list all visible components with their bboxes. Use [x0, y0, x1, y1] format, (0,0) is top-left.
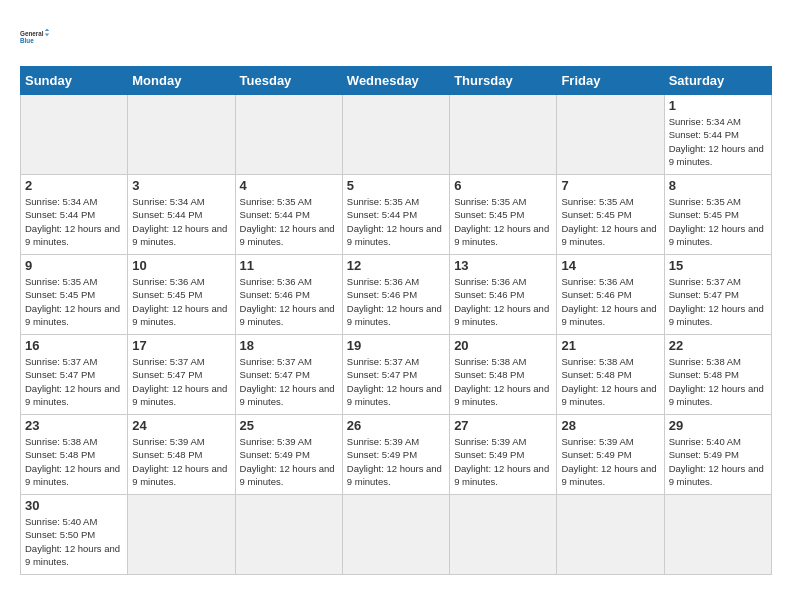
- day-info: Sunrise: 5:39 AM Sunset: 5:48 PM Dayligh…: [132, 435, 230, 488]
- day-number: 4: [240, 178, 338, 193]
- day-cell: [450, 95, 557, 175]
- day-cell: 20Sunrise: 5:38 AM Sunset: 5:48 PM Dayli…: [450, 335, 557, 415]
- day-number: 10: [132, 258, 230, 273]
- day-cell: 28Sunrise: 5:39 AM Sunset: 5:49 PM Dayli…: [557, 415, 664, 495]
- day-number: 14: [561, 258, 659, 273]
- week-row-5: 23Sunrise: 5:38 AM Sunset: 5:48 PM Dayli…: [21, 415, 772, 495]
- day-info: Sunrise: 5:36 AM Sunset: 5:46 PM Dayligh…: [347, 275, 445, 328]
- week-row-1: 1Sunrise: 5:34 AM Sunset: 5:44 PM Daylig…: [21, 95, 772, 175]
- day-cell: [664, 495, 771, 575]
- day-number: 15: [669, 258, 767, 273]
- weekday-header-sunday: Sunday: [21, 67, 128, 95]
- day-info: Sunrise: 5:40 AM Sunset: 5:49 PM Dayligh…: [669, 435, 767, 488]
- week-row-4: 16Sunrise: 5:37 AM Sunset: 5:47 PM Dayli…: [21, 335, 772, 415]
- day-info: Sunrise: 5:36 AM Sunset: 5:46 PM Dayligh…: [561, 275, 659, 328]
- day-cell: 3Sunrise: 5:34 AM Sunset: 5:44 PM Daylig…: [128, 175, 235, 255]
- day-cell: 12Sunrise: 5:36 AM Sunset: 5:46 PM Dayli…: [342, 255, 449, 335]
- weekday-header-tuesday: Tuesday: [235, 67, 342, 95]
- weekday-header-monday: Monday: [128, 67, 235, 95]
- day-cell: [235, 95, 342, 175]
- day-info: Sunrise: 5:37 AM Sunset: 5:47 PM Dayligh…: [25, 355, 123, 408]
- day-number: 28: [561, 418, 659, 433]
- day-number: 5: [347, 178, 445, 193]
- day-number: 9: [25, 258, 123, 273]
- day-info: Sunrise: 5:37 AM Sunset: 5:47 PM Dayligh…: [240, 355, 338, 408]
- day-cell: 11Sunrise: 5:36 AM Sunset: 5:46 PM Dayli…: [235, 255, 342, 335]
- day-number: 16: [25, 338, 123, 353]
- day-number: 25: [240, 418, 338, 433]
- day-cell: 10Sunrise: 5:36 AM Sunset: 5:45 PM Dayli…: [128, 255, 235, 335]
- day-info: Sunrise: 5:37 AM Sunset: 5:47 PM Dayligh…: [347, 355, 445, 408]
- day-cell: 21Sunrise: 5:38 AM Sunset: 5:48 PM Dayli…: [557, 335, 664, 415]
- weekday-header-row: SundayMondayTuesdayWednesdayThursdayFrid…: [21, 67, 772, 95]
- day-info: Sunrise: 5:34 AM Sunset: 5:44 PM Dayligh…: [25, 195, 123, 248]
- day-cell: 7Sunrise: 5:35 AM Sunset: 5:45 PM Daylig…: [557, 175, 664, 255]
- day-info: Sunrise: 5:40 AM Sunset: 5:50 PM Dayligh…: [25, 515, 123, 568]
- weekday-header-saturday: Saturday: [664, 67, 771, 95]
- day-cell: [342, 495, 449, 575]
- day-info: Sunrise: 5:35 AM Sunset: 5:44 PM Dayligh…: [347, 195, 445, 248]
- day-number: 8: [669, 178, 767, 193]
- week-row-2: 2Sunrise: 5:34 AM Sunset: 5:44 PM Daylig…: [21, 175, 772, 255]
- day-cell: 9Sunrise: 5:35 AM Sunset: 5:45 PM Daylig…: [21, 255, 128, 335]
- day-cell: 18Sunrise: 5:37 AM Sunset: 5:47 PM Dayli…: [235, 335, 342, 415]
- weekday-header-friday: Friday: [557, 67, 664, 95]
- day-cell: 17Sunrise: 5:37 AM Sunset: 5:47 PM Dayli…: [128, 335, 235, 415]
- day-cell: [235, 495, 342, 575]
- day-cell: 22Sunrise: 5:38 AM Sunset: 5:48 PM Dayli…: [664, 335, 771, 415]
- calendar-table: SundayMondayTuesdayWednesdayThursdayFrid…: [20, 66, 772, 575]
- day-info: Sunrise: 5:34 AM Sunset: 5:44 PM Dayligh…: [132, 195, 230, 248]
- day-cell: [128, 495, 235, 575]
- day-number: 17: [132, 338, 230, 353]
- day-number: 1: [669, 98, 767, 113]
- day-info: Sunrise: 5:38 AM Sunset: 5:48 PM Dayligh…: [669, 355, 767, 408]
- day-info: Sunrise: 5:35 AM Sunset: 5:45 PM Dayligh…: [25, 275, 123, 328]
- day-info: Sunrise: 5:39 AM Sunset: 5:49 PM Dayligh…: [240, 435, 338, 488]
- day-info: Sunrise: 5:35 AM Sunset: 5:45 PM Dayligh…: [561, 195, 659, 248]
- day-cell: 29Sunrise: 5:40 AM Sunset: 5:49 PM Dayli…: [664, 415, 771, 495]
- day-info: Sunrise: 5:36 AM Sunset: 5:46 PM Dayligh…: [240, 275, 338, 328]
- day-cell: [557, 95, 664, 175]
- day-cell: 26Sunrise: 5:39 AM Sunset: 5:49 PM Dayli…: [342, 415, 449, 495]
- day-info: Sunrise: 5:38 AM Sunset: 5:48 PM Dayligh…: [25, 435, 123, 488]
- day-number: 30: [25, 498, 123, 513]
- day-number: 6: [454, 178, 552, 193]
- day-info: Sunrise: 5:35 AM Sunset: 5:45 PM Dayligh…: [669, 195, 767, 248]
- day-info: Sunrise: 5:35 AM Sunset: 5:45 PM Dayligh…: [454, 195, 552, 248]
- day-number: 26: [347, 418, 445, 433]
- svg-text:General: General: [20, 30, 44, 37]
- day-number: 11: [240, 258, 338, 273]
- day-cell: [557, 495, 664, 575]
- day-cell: 15Sunrise: 5:37 AM Sunset: 5:47 PM Dayli…: [664, 255, 771, 335]
- day-number: 29: [669, 418, 767, 433]
- day-cell: 24Sunrise: 5:39 AM Sunset: 5:48 PM Dayli…: [128, 415, 235, 495]
- weekday-header-wednesday: Wednesday: [342, 67, 449, 95]
- day-cell: 25Sunrise: 5:39 AM Sunset: 5:49 PM Dayli…: [235, 415, 342, 495]
- day-number: 3: [132, 178, 230, 193]
- day-cell: 6Sunrise: 5:35 AM Sunset: 5:45 PM Daylig…: [450, 175, 557, 255]
- day-number: 7: [561, 178, 659, 193]
- day-cell: [128, 95, 235, 175]
- day-info: Sunrise: 5:35 AM Sunset: 5:44 PM Dayligh…: [240, 195, 338, 248]
- day-number: 23: [25, 418, 123, 433]
- day-cell: 2Sunrise: 5:34 AM Sunset: 5:44 PM Daylig…: [21, 175, 128, 255]
- day-cell: [342, 95, 449, 175]
- day-cell: 27Sunrise: 5:39 AM Sunset: 5:49 PM Dayli…: [450, 415, 557, 495]
- day-cell: 19Sunrise: 5:37 AM Sunset: 5:47 PM Dayli…: [342, 335, 449, 415]
- day-info: Sunrise: 5:38 AM Sunset: 5:48 PM Dayligh…: [454, 355, 552, 408]
- day-info: Sunrise: 5:37 AM Sunset: 5:47 PM Dayligh…: [669, 275, 767, 328]
- day-number: 2: [25, 178, 123, 193]
- day-info: Sunrise: 5:39 AM Sunset: 5:49 PM Dayligh…: [347, 435, 445, 488]
- day-info: Sunrise: 5:36 AM Sunset: 5:46 PM Dayligh…: [454, 275, 552, 328]
- day-cell: 23Sunrise: 5:38 AM Sunset: 5:48 PM Dayli…: [21, 415, 128, 495]
- week-row-3: 9Sunrise: 5:35 AM Sunset: 5:45 PM Daylig…: [21, 255, 772, 335]
- day-number: 27: [454, 418, 552, 433]
- day-cell: [450, 495, 557, 575]
- day-number: 19: [347, 338, 445, 353]
- day-cell: 4Sunrise: 5:35 AM Sunset: 5:44 PM Daylig…: [235, 175, 342, 255]
- day-cell: 16Sunrise: 5:37 AM Sunset: 5:47 PM Dayli…: [21, 335, 128, 415]
- day-number: 22: [669, 338, 767, 353]
- weekday-header-thursday: Thursday: [450, 67, 557, 95]
- day-number: 24: [132, 418, 230, 433]
- logo: GeneralBlue: [20, 20, 56, 56]
